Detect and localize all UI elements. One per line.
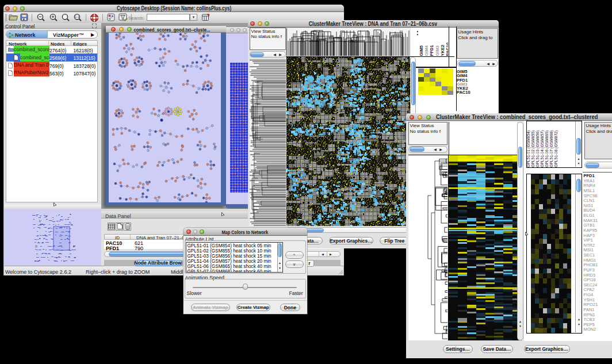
svg-text:1:1: 1:1 [75,15,79,18]
